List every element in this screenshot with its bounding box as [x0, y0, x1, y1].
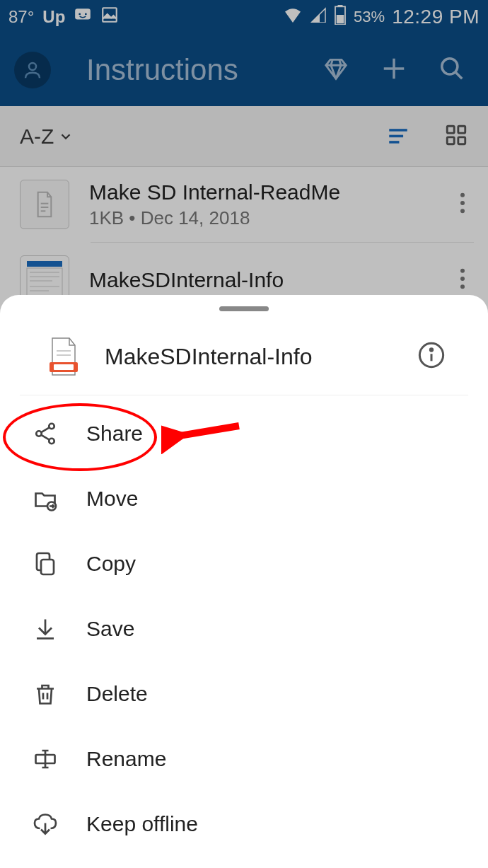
sheet-handle[interactable]: [219, 306, 269, 311]
svg-point-1: [79, 13, 81, 16]
search-icon[interactable]: [438, 55, 465, 85]
save-icon: [31, 616, 59, 642]
sort-label-text: A-Z: [20, 125, 54, 149]
clock: 12:29 PM: [392, 6, 480, 28]
save-button[interactable]: Save: [0, 596, 488, 661]
svg-line-46: [41, 435, 49, 440]
svg-point-33: [460, 277, 465, 281]
temperature: 87°: [8, 7, 34, 27]
status-right: 53% 12:29 PM: [283, 5, 480, 29]
messaging-icon: [74, 6, 92, 28]
file-thumb-text: [20, 180, 69, 229]
file-meta: 1KB • Dec 14, 2018: [89, 207, 431, 229]
move-icon: [31, 486, 59, 511]
sort-bar: A-Z: [0, 106, 488, 167]
battery-percent: 53%: [354, 8, 385, 26]
chevron-down-icon: [58, 129, 74, 144]
svg-point-23: [460, 201, 465, 205]
svg-point-10: [442, 59, 458, 74]
status-bar: 87° Up 53% 12:29 PM: [0, 0, 488, 34]
add-icon[interactable]: [380, 55, 407, 85]
delete-icon: [31, 681, 59, 707]
copy-button[interactable]: Copy: [0, 531, 488, 596]
document-icon: [48, 337, 79, 376]
svg-point-40: [430, 349, 432, 351]
delete-button[interactable]: Delete: [0, 661, 488, 727]
offline-label: Keep offline: [86, 812, 198, 836]
premium-icon[interactable]: [323, 55, 349, 85]
svg-point-32: [460, 269, 465, 273]
svg-rect-25: [27, 261, 62, 267]
svg-point-22: [460, 193, 465, 197]
list-view-icon[interactable]: [386, 123, 410, 150]
svg-point-2: [85, 13, 87, 16]
sort-button[interactable]: A-Z: [20, 125, 74, 149]
image-icon: [100, 6, 119, 28]
avatar[interactable]: [14, 52, 51, 88]
offline-icon: [31, 811, 59, 837]
wifi-icon: [283, 7, 303, 27]
share-button[interactable]: Share: [0, 401, 488, 466]
bottom-sheet: MakeSDInternal-Info Share Move Copy: [0, 295, 488, 868]
svg-point-44: [49, 439, 54, 444]
svg-point-7: [29, 63, 36, 70]
copy-icon: [31, 551, 59, 577]
svg-line-45: [41, 427, 49, 432]
file-item[interactable]: Make SD Internal-ReadMe 1KB • Dec 14, 20…: [0, 167, 488, 242]
share-icon: [31, 421, 59, 446]
svg-rect-18: [458, 137, 465, 144]
svg-rect-48: [41, 560, 54, 574]
move-label: Move: [86, 487, 138, 511]
svg-rect-15: [447, 126, 454, 133]
file-more-button[interactable]: [451, 192, 474, 216]
sheet-title: MakeSDInternal-Info: [105, 344, 392, 370]
svg-point-34: [460, 284, 465, 289]
grid-view-icon[interactable]: [444, 123, 468, 150]
svg-rect-3: [103, 8, 117, 22]
delete-label: Delete: [86, 682, 148, 706]
cell-signal-icon: [310, 7, 327, 27]
status-left: 87° Up: [8, 6, 119, 28]
sheet-menu: Share Move Copy Save Delete: [0, 395, 488, 862]
svg-point-24: [460, 209, 465, 213]
svg-rect-17: [447, 137, 454, 144]
file-name: Make SD Internal-ReadMe: [89, 180, 431, 204]
copy-label: Copy: [86, 552, 136, 576]
svg-point-42: [36, 431, 42, 436]
svg-point-43: [49, 424, 54, 429]
upwork-icon: Up: [42, 7, 65, 27]
info-button[interactable]: [417, 341, 446, 372]
offline-button[interactable]: Keep offline: [0, 792, 488, 857]
rename-label: Rename: [86, 747, 166, 771]
rename-icon: [31, 746, 59, 772]
svg-line-11: [456, 73, 463, 79]
svg-rect-6: [337, 15, 344, 23]
svg-rect-16: [458, 126, 465, 133]
share-label: Share: [86, 422, 143, 446]
battery-icon: [334, 5, 347, 29]
file-more-button[interactable]: [451, 268, 474, 292]
move-button[interactable]: Move: [0, 466, 488, 531]
rename-button[interactable]: Rename: [0, 727, 488, 792]
app-header: Instructions: [0, 34, 488, 106]
file-name: MakeSDInternal-Info: [89, 268, 431, 292]
page-title: Instructions: [86, 53, 301, 87]
save-label: Save: [86, 617, 134, 641]
svg-rect-38: [54, 364, 74, 370]
